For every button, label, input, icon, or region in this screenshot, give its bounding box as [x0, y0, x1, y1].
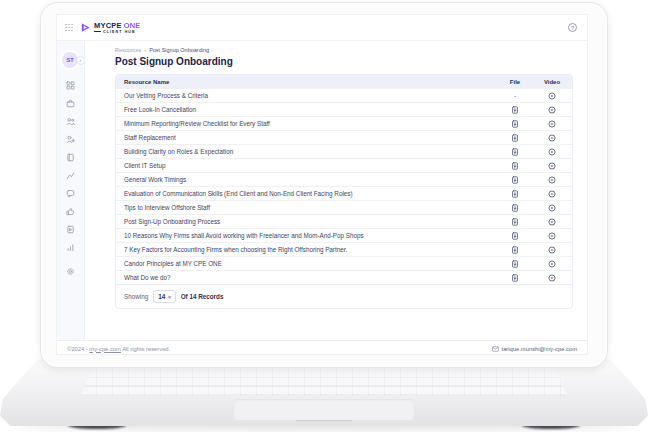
resource-name: Candor Principles at MY CPE ONE	[116, 260, 498, 267]
table-row[interactable]: Client IT Setup	[116, 158, 572, 172]
laptop-screen-bezel: MYCPEONE CLIENT HUB ? ST ›	[40, 2, 608, 368]
user-plus-icon[interactable]	[66, 135, 75, 144]
main-content: Resources › Post Signup Onboarding Post …	[85, 41, 587, 340]
app-header: MYCPEONE CLIENT HUB ?	[57, 15, 587, 41]
video-play-icon[interactable]	[548, 176, 556, 184]
table-row[interactable]: Post Sign-Up Onboarding Process	[116, 214, 572, 228]
site-link[interactable]: my-cpe.com	[89, 346, 121, 352]
table-row[interactable]: 7 Key Factors for Accounting Firms when …	[116, 242, 572, 256]
resource-name: What Do we do?	[116, 274, 498, 281]
user-avatar-group: ST ›	[62, 52, 90, 70]
column-header-video: Video	[532, 79, 572, 85]
file-download-icon[interactable]	[511, 106, 519, 114]
file-empty-dash: -	[514, 92, 516, 99]
file-download-icon[interactable]	[511, 260, 519, 268]
resource-name: Building Clarity on Roles & Expectation	[116, 148, 498, 155]
table-row[interactable]: What Do we do?	[116, 270, 572, 284]
resource-name: Evaluation of Communication Skills (End …	[116, 190, 498, 197]
table-body: Our Vetting Process & Criteria - Free Lo…	[116, 88, 572, 284]
gear-icon[interactable]	[66, 267, 75, 276]
brand-logo[interactable]: MYCPEONE CLIENT HUB	[80, 22, 141, 34]
file-download-icon[interactable]	[511, 190, 519, 198]
logo-subtitle: CLIENT HUB	[94, 30, 141, 34]
video-play-icon[interactable]	[548, 246, 556, 254]
column-header-resource-name: Resource Name	[116, 79, 498, 85]
video-play-icon[interactable]	[548, 190, 556, 198]
file-download-icon[interactable]	[511, 218, 519, 226]
resource-name: 7 Key Factors for Accounting Firms when …	[116, 246, 498, 253]
page-size-select[interactable]: 14 ▾	[153, 290, 176, 303]
file-download-icon[interactable]	[511, 232, 519, 240]
video-play-icon[interactable]	[548, 120, 556, 128]
table-row[interactable]: Staff Replacement	[116, 130, 572, 144]
file-download-icon[interactable]	[511, 134, 519, 142]
resource-name: Our Vetting Process & Criteria	[116, 92, 498, 99]
table-row[interactable]: Our Vetting Process & Criteria -	[116, 88, 572, 102]
help-icon[interactable]: ?	[568, 23, 577, 32]
pagination-bar: Showing 14 ▾ Of 14 Records	[116, 284, 572, 308]
thumbs-up-icon[interactable]	[66, 207, 75, 216]
table-row[interactable]: Free Look-In Cancellation	[116, 102, 572, 116]
app-body: Resources › Post Signup Onboarding Post …	[57, 41, 587, 340]
apps-grid-icon[interactable]	[65, 24, 73, 32]
file-download-icon[interactable]	[511, 176, 519, 184]
table-row[interactable]: Candor Principles at MY CPE ONE	[116, 256, 572, 270]
chevron-down-icon: ▾	[168, 294, 171, 300]
showing-label: Showing	[124, 293, 148, 300]
notebook-icon[interactable]	[66, 153, 75, 162]
file-video-icon[interactable]	[66, 225, 75, 234]
breadcrumb-parent[interactable]: Resources	[115, 47, 141, 53]
video-play-icon[interactable]	[548, 204, 556, 212]
app-footer: ©2024 - my-cpe.com All rights reserved. …	[57, 340, 587, 355]
resource-name: Staff Replacement	[116, 134, 498, 141]
video-play-icon[interactable]	[548, 106, 556, 114]
table-row[interactable]: Tips to Interview Offshore Staff	[116, 200, 572, 214]
briefcase-icon[interactable]	[66, 99, 75, 108]
video-play-icon[interactable]	[548, 162, 556, 170]
video-play-icon[interactable]	[548, 218, 556, 226]
play-logo-icon	[80, 22, 91, 33]
dashboard-icon[interactable]	[66, 81, 75, 90]
file-download-icon[interactable]	[511, 246, 519, 254]
file-download-icon[interactable]	[511, 120, 519, 128]
resource-name: Post Sign-Up Onboarding Process	[116, 218, 498, 225]
sidebar-expand-button[interactable]: ›	[76, 56, 85, 65]
video-play-icon[interactable]	[548, 274, 556, 282]
resource-name: Client IT Setup	[116, 162, 498, 169]
resources-table-card: Resource Name File Video Our Vetting Pro…	[115, 74, 573, 309]
video-play-icon[interactable]	[548, 260, 556, 268]
table-row[interactable]: Evaluation of Communication Skills (End …	[116, 186, 572, 200]
breadcrumb-separator-icon: ›	[144, 47, 146, 53]
user-email[interactable]: tarique.munshi@my-cpe.com	[492, 346, 577, 352]
laptop-mockup: MYCPEONE CLIENT HUB ? ST ›	[0, 0, 648, 432]
resource-name: Free Look-In Cancellation	[116, 106, 498, 113]
laptop-keyboard	[80, 369, 568, 396]
envelope-icon	[492, 346, 499, 352]
file-download-icon[interactable]	[511, 204, 519, 212]
table-header-row: Resource Name File Video	[116, 75, 572, 88]
table-row[interactable]: 10 Reasons Why Firms shall Avoid working…	[116, 228, 572, 242]
table-row[interactable]: Minimum Reporting/Review Checklist for E…	[116, 116, 572, 130]
team-icon[interactable]	[66, 117, 75, 126]
video-play-icon[interactable]	[548, 232, 556, 240]
chart-line-icon[interactable]	[66, 171, 75, 180]
resource-name: Minimum Reporting/Review Checklist for E…	[116, 120, 498, 127]
logo-wordmark: MYCPEONE	[94, 22, 141, 29]
video-play-icon[interactable]	[548, 148, 556, 156]
sidebar-nav	[57, 41, 85, 340]
page-title: Post Signup Onboarding	[115, 56, 573, 67]
records-summary: Of 14 Records	[181, 293, 224, 300]
resource-name: Tips to Interview Offshore Staff	[116, 204, 498, 211]
signal-bars-icon[interactable]	[66, 243, 75, 252]
table-row[interactable]: General Work Timings	[116, 172, 572, 186]
file-download-icon[interactable]	[511, 148, 519, 156]
video-play-icon[interactable]	[548, 92, 556, 100]
breadcrumb: Resources › Post Signup Onboarding	[115, 47, 573, 53]
video-play-icon[interactable]	[548, 134, 556, 142]
table-row[interactable]: Building Clarity on Roles & Expectation	[116, 144, 572, 158]
client-hub-app: MYCPEONE CLIENT HUB ? ST ›	[56, 14, 588, 355]
copyright-text: ©2024 - my-cpe.com All rights reserved.	[67, 346, 170, 352]
file-download-icon[interactable]	[511, 162, 519, 170]
chat-icon[interactable]	[66, 189, 75, 198]
file-download-icon[interactable]	[511, 274, 519, 282]
